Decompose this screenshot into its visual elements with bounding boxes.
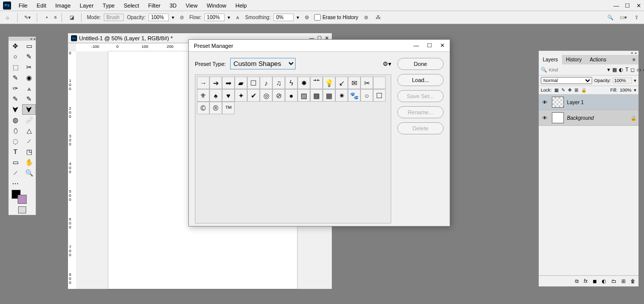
panel-close-icon[interactable]: × (634, 51, 637, 55)
workspace-icon[interactable]: ▭▾ (619, 13, 628, 22)
mask-icon[interactable]: ◼ (593, 278, 597, 284)
filter-image-icon[interactable]: ▦ (612, 67, 617, 72)
tool-9[interactable]: ⟁ (22, 83, 36, 94)
layer-thumb[interactable] (552, 112, 564, 123)
done-button[interactable]: Done (397, 58, 444, 70)
shape-copyright[interactable]: © (197, 102, 209, 114)
shape-target[interactable]: ◎ (260, 89, 272, 102)
shape-note-single[interactable]: ♪ (260, 77, 272, 89)
filter-type-icon[interactable]: T (625, 67, 628, 72)
tool-7[interactable]: ◉ (22, 72, 36, 83)
lock-pixels-icon[interactable]: ✎ (561, 88, 565, 93)
menu-window[interactable]: Window (202, 1, 231, 10)
menu-select[interactable]: Select (119, 1, 144, 10)
shape-grid[interactable]: ▦ (323, 89, 335, 102)
smoothing-input[interactable]: 0% (273, 14, 294, 21)
filter-shape-icon[interactable]: ◻ (630, 67, 634, 72)
tool-6[interactable]: ✎ (9, 72, 22, 83)
kind-filter-input[interactable] (549, 67, 605, 72)
filter-adjust-icon[interactable]: ◐ (619, 67, 623, 72)
gear-icon[interactable]: ⚙ (302, 13, 311, 22)
lock-position-icon[interactable]: ✥ (568, 88, 572, 93)
shape-registered[interactable]: ® (209, 102, 222, 114)
opacity-input[interactable]: 100% (149, 14, 169, 21)
menu-view[interactable]: View (181, 1, 202, 10)
minimize-button[interactable]: — (611, 0, 622, 11)
menu-3d[interactable]: 3D (165, 1, 181, 10)
shape-speech[interactable]: ● (285, 89, 298, 102)
tool-24[interactable]: ⟋ (9, 168, 22, 178)
tool-8[interactable]: ✑ (9, 83, 22, 94)
shape-arrow-thin[interactable]: → (197, 77, 209, 89)
visibility-icon[interactable]: 👁 (541, 115, 549, 121)
tool-17[interactable]: △ (22, 125, 36, 136)
blend-mode-select[interactable]: Normal (541, 77, 592, 84)
tool-26[interactable]: ⋯ (9, 178, 22, 189)
shape-blank[interactable] (373, 77, 386, 89)
shape-grass[interactable]: ⺿ (310, 77, 323, 89)
lock-transparency-icon[interactable]: ▦ (554, 88, 559, 93)
dialog-maximize-button[interactable]: ☐ (427, 42, 432, 49)
shape-check[interactable]: ✔ (247, 89, 260, 102)
new-layer-icon[interactable]: ⊞ (621, 278, 625, 284)
shape-burst[interactable]: ✹ (298, 77, 310, 89)
dialog-close-button[interactable]: ✕ (440, 42, 445, 49)
tab-history[interactable]: History (562, 55, 586, 64)
shape-bulb[interactable]: 💡 (323, 77, 335, 89)
tool-14[interactable]: ◍ (9, 115, 22, 125)
shape-spade[interactable]: ♠ (209, 89, 222, 102)
tab-actions[interactable]: Actions (586, 55, 610, 64)
color-swatches[interactable] (9, 189, 36, 205)
tool-22[interactable]: ▭ (9, 157, 22, 168)
pressure-size-icon[interactable]: ⊚ (362, 13, 371, 22)
tool-1[interactable]: ▭ (22, 41, 36, 51)
tool-25[interactable]: 🔍 (22, 168, 36, 178)
tool-20[interactable]: T (9, 146, 22, 157)
save-set-button[interactable]: Save Set... (397, 90, 444, 102)
tool-16[interactable]: ⬯ (9, 125, 22, 136)
menu-filter[interactable]: Filter (144, 1, 165, 10)
shape-heart[interactable]: ♥ (222, 89, 235, 102)
menu-file[interactable]: File (14, 1, 32, 10)
shape-note-double[interactable]: ♫ (272, 77, 285, 89)
tool-21[interactable]: ◳ (22, 146, 36, 157)
shape-lightning[interactable]: ϟ (285, 77, 298, 89)
tool-0[interactable]: ✥ (9, 41, 22, 51)
shape-square-outline2[interactable]: ☐ (373, 89, 386, 102)
tool-5[interactable]: ✂ (22, 62, 36, 72)
flow-input[interactable]: 100% (204, 14, 225, 21)
preset-gear-icon[interactable]: ⚙▾ (383, 60, 391, 67)
menu-help[interactable]: Help (231, 1, 252, 10)
airbrush-icon[interactable]: ᴀ (233, 13, 242, 22)
symmetry-icon[interactable]: ⁂ (374, 13, 383, 22)
tool-11[interactable]: ✎ (22, 94, 36, 104)
shape-arrow-bold[interactable]: ➔ (209, 77, 222, 89)
lock-all-icon[interactable]: 🔒 (581, 88, 587, 93)
shape-blob[interactable]: ✦ (235, 89, 247, 102)
tool-10[interactable]: ✎ (9, 94, 22, 104)
layer-fill-input[interactable]: 100% (620, 88, 631, 93)
shape-trademark[interactable]: ™ (222, 102, 235, 114)
shape-paw[interactable]: 🐾 (348, 89, 361, 102)
shape-envelope[interactable]: ✉ (348, 77, 361, 89)
layer-thumb[interactable] (552, 97, 564, 108)
layer-row[interactable]: 👁Background🔒 (539, 110, 638, 126)
shape-fleur[interactable]: ⚜ (197, 89, 209, 102)
search-icon[interactable]: 🔍 (606, 13, 615, 22)
menu-image[interactable]: Image (51, 1, 76, 10)
pressure-opacity-icon[interactable]: ⊘ (177, 13, 186, 22)
shape-scissors[interactable]: ✂ (361, 77, 373, 89)
tool-18[interactable]: ◌ (9, 136, 22, 146)
panel-menu-icon[interactable]: ≡ (629, 55, 638, 64)
maximize-button[interactable]: ☐ (622, 0, 633, 11)
link-layers-icon[interactable]: ⧉ (575, 278, 579, 284)
brush-settings-icon[interactable]: ◪ (67, 13, 76, 22)
shape-hatch[interactable]: ▨ (298, 89, 310, 102)
brush-size-icon[interactable]: • (42, 13, 51, 22)
shape-arrow-block[interactable]: ➡ (222, 77, 235, 89)
brush-icon[interactable]: ✎▾ (23, 13, 32, 22)
mode-select[interactable]: Brush (104, 14, 124, 21)
shape-no[interactable]: ⊘ (272, 89, 285, 102)
home-icon[interactable]: ⌂ (3, 13, 12, 22)
shape-square-outline[interactable]: ☐ (247, 77, 260, 89)
